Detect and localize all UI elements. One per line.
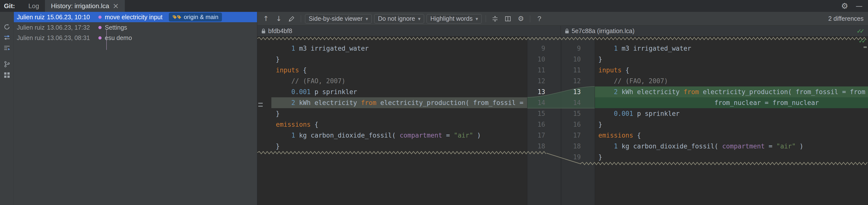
line-number-left: 13 (527, 87, 545, 97)
viewer-mode-dropdown[interactable]: Side-by-side viewer ▾ (305, 14, 372, 24)
code-line-left[interactable]: 0.001 p sprinkler (257, 87, 527, 97)
code-line-right[interactable]: 0.001 p sprinkler (595, 108, 868, 119)
hide-panel-icon[interactable]: — (856, 2, 863, 10)
code-token: 1 (291, 132, 296, 139)
align-arrows-icon[interactable] (3, 45, 10, 52)
line-number-left: 14 (527, 97, 545, 108)
code-line-left[interactable]: // (FAO, 2007) (257, 76, 527, 87)
code-token (598, 77, 614, 85)
code-token: kWh electricity (295, 99, 361, 106)
code-line-right[interactable]: 2 kWh electricity from electricity_produ… (595, 87, 868, 97)
collapsed-region-diagonal (547, 152, 581, 167)
code-token: 1 (614, 45, 618, 52)
refresh-icon[interactable] (3, 23, 10, 30)
swap-arrows-icon[interactable] (3, 34, 10, 41)
commit-date: 13.06.23, 17:32 (47, 24, 95, 31)
code-token: 1 (614, 142, 618, 150)
history-row[interactable]: Julien ruiz15.06.23, 10:10move electrici… (14, 12, 257, 22)
settings-gear-icon[interactable]: ⚙ (841, 1, 848, 11)
code-line-right[interactable]: inputs { (595, 65, 868, 76)
code-line-right[interactable]: from_nuclear = from_nuclear (595, 97, 868, 108)
line-number-left: 11 (527, 65, 545, 76)
left-code-pane[interactable]: 1 m3 irrigated_water}inputs { // (FAO, 2… (257, 37, 527, 205)
code-token: { (311, 121, 318, 128)
right-code-rows: 1 m3 irrigated_water}inputs { // (FAO, 2… (595, 43, 868, 163)
commit-date: 15.06.23, 10:10 (47, 13, 95, 21)
line-number-right: 15 (561, 108, 581, 119)
line-number-right: 17 (561, 130, 581, 141)
collapse-unchanged-button[interactable] (490, 14, 500, 24)
code-line-right[interactable]: 1 m3 irrigated_water (595, 43, 868, 54)
line-number-left: 9 (527, 43, 545, 54)
tab-history-irrigation[interactable]: History: irrigation.lca × (45, 0, 125, 12)
code-line-left[interactable]: 2 kWh electricity from electricity_produ… (257, 97, 527, 108)
change-marker-dash (258, 106, 263, 107)
next-difference-button[interactable]: ↓ (274, 14, 284, 24)
commit-dot-icon (98, 26, 101, 29)
commit-dot-icon (98, 36, 101, 39)
code-line-right[interactable]: } (595, 152, 868, 163)
code-line-left[interactable]: emissions { (257, 119, 527, 130)
code-line-right[interactable]: 1 kg carbon_dioxide_fossil( compartment … (595, 141, 868, 152)
code-line-right[interactable]: // (FAO, 2007) (595, 76, 868, 87)
gutter-row: 1313 (527, 87, 595, 97)
viewer-mode-label: Side-by-side viewer (309, 15, 363, 22)
line-number-right: 9 (561, 43, 581, 54)
code-line-right[interactable]: } (595, 119, 868, 130)
gutter-row: 1212 (527, 76, 595, 87)
line-number-left: 16 (527, 119, 545, 130)
code-line-left[interactable]: 1 kg carbon_dioxide_fossil( compartment … (257, 130, 527, 141)
jump-to-source-button[interactable] (286, 14, 297, 24)
chevron-down-icon: ▾ (475, 16, 478, 22)
vertical-scrollbar[interactable] (865, 37, 868, 205)
code-token (598, 142, 614, 150)
code-line-right[interactable]: emissions { (595, 130, 868, 141)
diff-settings-gear-icon[interactable]: ⚙ (516, 14, 526, 24)
whitespace-policy-label: Do not ignore (378, 15, 415, 22)
code-token (598, 110, 614, 117)
code-token: 1 (291, 45, 296, 52)
history-row[interactable]: Julien ruiz13.06.23, 08:31esu demo (14, 33, 257, 43)
code-token: electricity_production( from_fossil = fr (376, 99, 527, 106)
previous-difference-button[interactable]: ↑ (261, 14, 271, 24)
code-token: kg carbon_dioxide_fossil( (618, 142, 722, 150)
collapsed-region-squiggle-bottom-right (581, 162, 868, 166)
close-tab-icon[interactable]: × (113, 2, 119, 10)
code-token: } (276, 142, 280, 150)
code-token: } (598, 56, 602, 63)
highlight-mode-dropdown[interactable]: Highlight words ▾ (427, 14, 482, 24)
split-columns-button[interactable] (503, 14, 513, 24)
code-line-left[interactable]: } (257, 54, 527, 65)
branch-icon[interactable] (3, 61, 10, 68)
right-revision-title: 5e7c88a (irrigation.lca) (572, 27, 634, 35)
commit-author: Julien ruiz (17, 24, 47, 31)
code-line-left[interactable]: 1 m3 irrigated_water (257, 43, 527, 54)
tab-log[interactable]: Log (23, 0, 45, 12)
code-line-right[interactable]: } (595, 54, 868, 65)
line-number-right: 13 (561, 87, 581, 97)
line-number-right: 12 (561, 76, 581, 87)
code-line-left[interactable]: } (257, 141, 527, 152)
line-number-right: 16 (561, 119, 581, 130)
code-token: 2 (614, 88, 618, 96)
code-token: from (361, 99, 376, 106)
whitespace-policy-dropdown[interactable]: Do not ignore ▾ (374, 14, 424, 24)
line-number-left: 10 (527, 54, 545, 65)
code-token: compartment (400, 132, 442, 139)
top-bar: Git: Log History: irrigation.lca × ⚙ — (0, 0, 868, 12)
code-line-left[interactable]: inputs { (257, 65, 527, 76)
code-token: 2 (291, 99, 296, 106)
right-code-pane[interactable]: 1 m3 irrigated_water}inputs { // (FAO, 2… (595, 37, 868, 205)
gutter-row: 1010 (527, 54, 595, 65)
grid-icon[interactable] (3, 72, 10, 78)
diff-editor[interactable]: 1 m3 irrigated_water}inputs { // (FAO, 2… (257, 37, 868, 205)
code-token: electricity_production( from_fossil = fr… (699, 88, 865, 96)
code-line-left[interactable]: } (257, 108, 527, 119)
code-token (276, 132, 291, 139)
history-row[interactable]: Julien ruiz13.06.23, 17:32Settings (14, 22, 257, 33)
code-token (276, 99, 291, 106)
branch-refs-pill[interactable]: origin & main (169, 12, 222, 22)
gutter-row: 1414 (527, 97, 595, 108)
chevron-down-icon: ▾ (366, 16, 368, 22)
help-button[interactable]: ? (534, 14, 545, 24)
